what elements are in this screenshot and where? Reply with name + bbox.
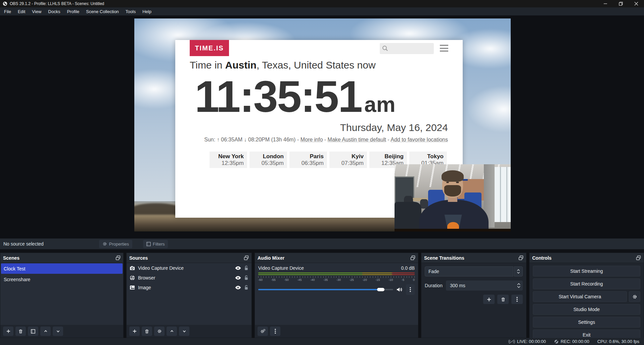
menu-view[interactable]: View [29, 7, 45, 15]
gear-icon [102, 242, 107, 246]
clock-ampm: am [364, 92, 396, 117]
start-streaming-button[interactable]: Start Streaming [533, 266, 640, 276]
rec-status: REC: 00:00:00 [554, 339, 589, 344]
timeis-city: Austin [225, 59, 257, 71]
search-icon [382, 45, 388, 51]
menu-edit[interactable]: Edit [14, 7, 29, 15]
unlock-icon[interactable] [244, 265, 248, 270]
eye-icon[interactable] [235, 275, 241, 280]
more-info-link[interactable]: More info [301, 137, 323, 142]
scene-transitions-panel: Scene Transitions Fade Duration [421, 253, 526, 338]
sources-title: Sources [129, 255, 148, 261]
menu-scene-collection[interactable]: Scene Collection [83, 7, 122, 15]
transition-select[interactable]: Fade [425, 266, 523, 276]
timeis-logo[interactable]: TIME.IS [190, 40, 229, 56]
virtual-camera-config-button[interactable] [629, 291, 640, 302]
source-properties-button[interactable] [154, 327, 165, 336]
duration-value: 300 ms [450, 283, 465, 288]
title-bar: OBS 29.1.2 - Profile: LLHLS BETA - Scene… [0, 0, 644, 7]
popout-icon[interactable] [518, 255, 523, 260]
duration-spin-arrows[interactable] [517, 283, 521, 288]
start-recording-button[interactable]: Start Recording [533, 278, 640, 289]
preview-area: TIME.IS Time in Austin, Texas, United St… [0, 15, 644, 239]
volume-meter [258, 274, 415, 275]
source-move-down-button[interactable] [179, 327, 189, 336]
advanced-audio-button[interactable] [258, 327, 268, 336]
make-default-link[interactable]: Make Austin time default [328, 137, 386, 142]
volume-meter [258, 272, 415, 273]
remove-source-button[interactable] [142, 327, 152, 336]
scene-move-up-button[interactable] [40, 327, 51, 336]
city-box[interactable]: Kyiv07:35pm [329, 152, 367, 168]
studio-mode-button[interactable]: Studio Mode [533, 304, 640, 315]
speaker-icon[interactable] [397, 287, 403, 292]
settings-button[interactable]: Settings [533, 317, 640, 328]
sources-panel: Sources Video Capture Device Browser [126, 253, 252, 338]
minimize-button[interactable] [598, 0, 613, 7]
scene-filters-button[interactable] [28, 327, 38, 336]
timeis-heading: Time in Austin, Texas, United States now [190, 59, 376, 71]
scene-item-clock-test[interactable]: Clock Test [1, 263, 123, 274]
transition-select-arrows[interactable] [514, 266, 523, 276]
source-toolbar: No source selected Properties Filters [0, 239, 644, 249]
menu-profile[interactable]: Profile [63, 7, 83, 15]
transition-menu-button[interactable] [511, 295, 523, 304]
transitions-title: Scene Transitions [424, 255, 464, 261]
popout-icon[interactable] [116, 255, 121, 260]
source-item-video-capture[interactable]: Video Capture Device [127, 263, 251, 273]
menu-file[interactable]: File [0, 7, 14, 15]
start-virtual-camera-button[interactable]: Start Virtual Camera [533, 291, 627, 302]
menu-help[interactable]: Help [139, 7, 155, 15]
meter-tick-marks [258, 276, 415, 278]
webcam-video-source[interactable] [395, 164, 511, 231]
hamburger-menu-icon[interactable] [440, 45, 448, 52]
date-display: Thursday, May 16, 2024 [340, 122, 448, 133]
menu-tools[interactable]: Tools [122, 7, 139, 15]
scene-item-screenshare[interactable]: Screenshare [1, 274, 123, 285]
popout-icon[interactable] [244, 255, 249, 260]
unlock-icon[interactable] [244, 285, 248, 290]
menu-bar: File Edit View Docks Profile Scene Colle… [0, 7, 644, 15]
source-move-up-button[interactable] [167, 327, 177, 336]
obs-window: OBS 29.1.2 - Profile: LLHLS BETA - Scene… [0, 0, 644, 345]
stream-inactive-icon [508, 339, 515, 344]
unlock-icon[interactable] [244, 275, 248, 280]
city-box[interactable]: Paris06:35pm [289, 152, 327, 168]
duration-spinbox[interactable]: 300 ms [446, 281, 523, 291]
close-button[interactable] [629, 0, 644, 7]
popout-icon[interactable] [636, 255, 641, 260]
scene-move-down-button[interactable] [53, 327, 63, 336]
menu-docks[interactable]: Docks [45, 7, 63, 15]
source-item-browser[interactable]: Browser [127, 273, 251, 283]
remove-transition-button[interactable] [497, 295, 509, 304]
window-title: OBS 29.1.2 - Profile: LLHLS BETA - Scene… [10, 1, 104, 6]
cpu-fps-status: CPU: 0.6%, 30.00 fps [597, 339, 639, 344]
scenes-title: Scenes [3, 255, 19, 261]
filters-button[interactable]: Filters [143, 240, 168, 248]
add-scene-button[interactable] [3, 327, 13, 336]
city-box[interactable]: New York12:35pm [210, 152, 247, 168]
record-inactive-icon [554, 339, 559, 344]
mixer-menu-button[interactable] [270, 327, 280, 336]
volume-slider[interactable] [258, 289, 393, 290]
source-item-image[interactable]: Image [127, 283, 251, 292]
cloud [467, 86, 511, 133]
preview-canvas[interactable]: TIME.IS Time in Austin, Texas, United St… [134, 18, 511, 231]
mixer-channel-menu-button[interactable] [406, 284, 415, 295]
favorite-locations-link[interactable]: Add to favorite locations [390, 137, 448, 142]
duration-label: Duration [425, 283, 443, 288]
remove-scene-button[interactable] [15, 327, 26, 336]
volume-slider-handle[interactable] [377, 288, 384, 291]
popout-icon[interactable] [410, 255, 415, 260]
dock-panels: Scenes Clock Test Screenshare Sources [0, 253, 644, 338]
eye-icon[interactable] [235, 266, 241, 270]
add-transition-button[interactable] [483, 295, 495, 304]
city-box[interactable]: London05:35pm [249, 152, 287, 168]
controls-title: Controls [532, 255, 552, 261]
audio-mixer-panel: Audio Mixer Video Capture Device 0.0 dB … [255, 253, 418, 338]
eye-icon[interactable] [235, 285, 241, 290]
live-status: LIVE: 00:00:00 [508, 339, 546, 344]
add-source-button[interactable] [129, 327, 140, 336]
restore-button[interactable] [613, 0, 629, 7]
properties-button[interactable]: Properties [99, 240, 132, 248]
